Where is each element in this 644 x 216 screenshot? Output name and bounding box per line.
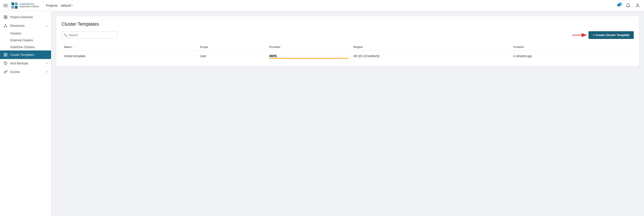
- svg-rect-16: [4, 53, 7, 56]
- cell-scope: User: [197, 51, 266, 61]
- user-profile-button[interactable]: [634, 3, 640, 9]
- column-created: Created: [511, 43, 634, 51]
- notifications-button[interactable]: 5: [616, 3, 622, 9]
- sidebar-resources-submenu: Clusters External Clusters KubeOne Clust…: [0, 30, 51, 51]
- arrow-annotation: [572, 31, 589, 39]
- nav-right: 5: [616, 3, 640, 9]
- svg-rect-1: [15, 2, 18, 5]
- svg-rect-8: [4, 18, 5, 19]
- cell-created: 4 minutes ago: [511, 51, 634, 61]
- svg-rect-9: [6, 18, 7, 19]
- sidebar-item-external-clusters[interactable]: External Clusters: [10, 37, 51, 44]
- sidebar-item-kubeone-clusters[interactable]: KubeOne Clusters: [10, 44, 51, 51]
- create-button-wrapper: + Create Cluster Template: [588, 31, 634, 39]
- hamburger-menu[interactable]: [4, 4, 8, 7]
- logo[interactable]: KUBERMATIC Kubernetes Platform: [11, 2, 39, 9]
- sidebar-item-resources[interactable]: Resources ▴: [0, 21, 51, 30]
- hierarchy-icon: [4, 24, 8, 28]
- svg-line-14: [4, 26, 6, 27]
- search-input[interactable]: [62, 32, 117, 39]
- page-title: Cluster Templates: [62, 21, 634, 27]
- column-scope: Scope: [197, 43, 266, 51]
- top-nav: KUBERMATIC Kubernetes Platform Projects …: [0, 0, 644, 11]
- svg-rect-6: [4, 16, 5, 17]
- svg-point-10: [5, 24, 6, 25]
- content-card: Cluster Templates 🔍: [56, 16, 639, 66]
- table-header-row: Name ↑ Scope Provider Region: [62, 43, 634, 51]
- svg-rect-0: [12, 2, 14, 5]
- sidebar-item-etcd-backups[interactable]: etcd Backups ▾: [0, 59, 51, 68]
- svg-point-5: [637, 4, 638, 5]
- grid-icon: [4, 15, 8, 19]
- column-region: Region: [351, 43, 511, 51]
- table-header: Name ↑ Scope Provider Region: [62, 43, 634, 51]
- cell-name: cluster-template: [62, 51, 197, 61]
- etcd-chevron-icon: ▾: [46, 62, 48, 65]
- notification-badge: 5: [619, 3, 622, 6]
- access-chevron-icon: ▾: [46, 71, 48, 73]
- create-cluster-template-button[interactable]: + Create Cluster Template: [588, 31, 634, 39]
- toolbar: 🔍 + Create Cluster Template: [62, 31, 634, 39]
- sort-asc-icon: ↑: [73, 46, 74, 48]
- key-icon: [4, 70, 8, 74]
- svg-line-15: [6, 26, 6, 27]
- sidebar-item-cluster-templates[interactable]: Cluster Templates: [0, 51, 51, 59]
- sidebar: Project Overview Resources ▴ Clusters Ex…: [0, 11, 51, 216]
- table-body: cluster-template User aws DE (EU (Frankf…: [62, 51, 634, 61]
- sidebar-item-project-overview[interactable]: Project Overview: [0, 13, 51, 21]
- aws-logo: aws: [269, 54, 348, 59]
- alerts-button[interactable]: [625, 3, 631, 9]
- cluster-templates-table: Name ↑ Scope Provider Region: [62, 43, 634, 61]
- main-content: Cluster Templates 🔍: [51, 11, 644, 216]
- svg-point-12: [6, 27, 7, 27]
- search-wrapper: 🔍: [62, 32, 117, 39]
- breadcrumb-project-name[interactable]: default ▾: [61, 4, 72, 7]
- breadcrumb: Projects default ▾: [46, 4, 72, 7]
- resources-chevron-icon: ▴: [46, 24, 48, 27]
- svg-rect-2: [12, 6, 14, 9]
- cell-region: DE (EU (Frankfurt)): [351, 51, 511, 61]
- column-provider: Provider: [267, 43, 351, 51]
- chevron-down-icon: ▾: [71, 4, 72, 7]
- logo-kubermatic-text: KUBERMATIC: [20, 3, 39, 5]
- cell-provider: aws: [267, 51, 351, 61]
- search-icon: 🔍: [64, 33, 67, 37]
- svg-rect-3: [15, 6, 18, 9]
- logo-kubernetes-text: Kubernetes Platform: [20, 5, 39, 8]
- table-icon: [4, 53, 8, 57]
- sidebar-item-access[interactable]: Access ▾: [0, 68, 51, 76]
- layout: Project Overview Resources ▴ Clusters Ex…: [0, 11, 644, 216]
- history-icon: [4, 61, 8, 65]
- svg-point-11: [4, 27, 5, 27]
- sidebar-item-clusters[interactable]: Clusters: [10, 30, 51, 37]
- breadcrumb-projects[interactable]: Projects: [46, 4, 58, 7]
- table-row[interactable]: cluster-template User aws DE (EU (Frankf…: [62, 51, 634, 61]
- column-name[interactable]: Name ↑: [62, 43, 197, 51]
- svg-rect-7: [6, 16, 7, 17]
